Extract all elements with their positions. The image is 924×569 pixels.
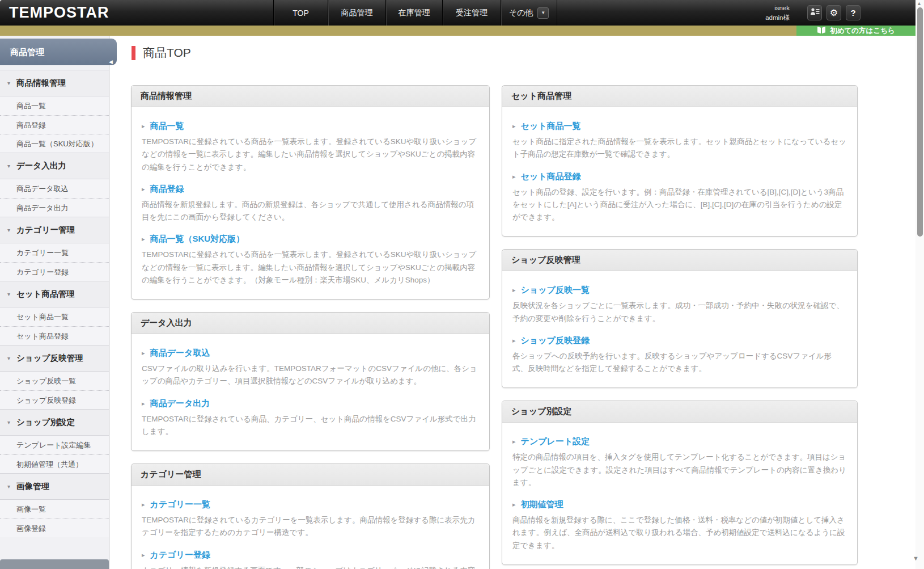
page-title: 商品TOP [132, 45, 191, 61]
chevron-down-icon: ▾ [7, 291, 10, 297]
scroll-up-icon[interactable]: ▲ [917, 1, 922, 6]
sidebar-group-image-management: ▾ 画像管理 画像一覧 画像登録 [0, 473, 109, 537]
sidebar-group-header-shop-sync[interactable]: ▾ ショップ反映管理 [0, 345, 109, 371]
sidebar-group-header-image[interactable]: ▾ 画像管理 [0, 473, 109, 499]
link-product-list[interactable]: 商品一覧 [150, 121, 184, 132]
link-set-product-register[interactable]: セット商品登録 [521, 171, 581, 182]
sidebar-item-set-product-register[interactable]: セット商品登録 [0, 326, 109, 345]
help-button[interactable]: ? [846, 5, 861, 20]
scroll-down-icon[interactable]: ▼ [913, 555, 919, 562]
link-template-settings[interactable]: テンプレート設定 [521, 436, 590, 447]
triangle-right-icon: ▸ [512, 438, 516, 445]
sidebar-item-product-list-sku[interactable]: 商品一覧（SKU対応版） [0, 134, 109, 153]
sidebar-item-shop-sync-register[interactable]: ショップ反映登録 [0, 390, 109, 409]
card-shop-specific-settings: ショップ別設定 ▸ テンプレート設定 特定の商品情報の項目を、挿入タグを使用して… [502, 401, 858, 565]
book-icon [817, 26, 826, 36]
link-product-register[interactable]: 商品登録 [150, 184, 184, 195]
link-shop-sync-list[interactable]: ショップ反映一覧 [521, 285, 590, 296]
logged-in-user: isnek admin様 [765, 3, 790, 22]
sidebar-footer-bar [0, 559, 109, 569]
link-description: TEMPOSTARに登録されている商品、カテゴリー、セット商品の情報をCSVファ… [142, 413, 479, 439]
sidebar-item-set-product-list[interactable]: セット商品一覧 [0, 307, 109, 326]
app-screen: TEMPOSTAR TOP 商品管理 在庫管理 受注管理 その他 ▼ isnek… [0, 0, 924, 569]
triangle-right-icon: ▸ [512, 501, 516, 508]
sidebar-item-template-settings-edit[interactable]: テンプレート設定編集 [0, 436, 109, 454]
nav-tab-order-management[interactable]: 受注管理 [442, 0, 501, 26]
link-default-value-management[interactable]: 初期値管理 [521, 499, 563, 510]
help-icon: ? [850, 8, 855, 18]
link-product-data-export[interactable]: 商品データ出力 [150, 398, 210, 409]
list-item: ▸ カテゴリー登録 カテゴリー情報を新規登録する画面です。一部のショップはカテゴ… [142, 550, 479, 569]
sidebar-item-category-register[interactable]: カテゴリー登録 [0, 262, 109, 281]
beginner-guide-banner[interactable]: 初めての方はこちら [796, 26, 915, 36]
list-item: ▸ セット商品登録 セット商品の登録、設定を行います。例：商品登録・在庫管理され… [512, 171, 847, 224]
triangle-right-icon: ▸ [142, 551, 145, 559]
link-description: 商品情報を新規登録します。商品の新規登録は、各ショップで共通して使用される商品情… [142, 199, 479, 224]
global-nav: TOP 商品管理 在庫管理 受注管理 その他 ▼ [273, 0, 557, 26]
link-shop-sync-register[interactable]: ショップ反映登録 [521, 335, 590, 346]
nav-tab-top[interactable]: TOP [273, 0, 328, 26]
list-item: ▸ 商品一覧（SKU対応版） TEMPOSTARに登録されている商品を一覧表示し… [142, 234, 479, 286]
beginner-guide-label: 初めての方はこちら [830, 26, 895, 36]
list-item: ▸ テンプレート設定 特定の商品情報の項目を、挿入タグを使用してテンプレート化す… [512, 436, 847, 489]
collapse-sidebar-icon[interactable]: ◀ [109, 49, 113, 75]
sidebar-item-product-list[interactable]: 商品一覧 [0, 96, 109, 115]
sidebar-group-header-shop-settings[interactable]: ▾ ショップ別設定 [0, 409, 109, 435]
nav-tab-other[interactable]: その他 ▼ [501, 0, 557, 26]
list-item: ▸ ショップ反映登録 各ショップへの反映予約を行います。反映するショップやアップ… [512, 335, 847, 376]
list-item: ▸ 商品登録 商品情報を新規登録します。商品の新規登録は、各ショップで共通して使… [142, 184, 479, 224]
triangle-right-icon: ▸ [142, 123, 145, 130]
sidebar-item-shop-sync-list[interactable]: ショップ反映一覧 [0, 372, 109, 390]
card-set-product-management: セット商品管理 ▸ セット商品一覧 セット商品に指定された商品情報を一覧を表示し… [502, 85, 858, 237]
triangle-right-icon: ▸ [512, 173, 516, 180]
sidebar-item-image-register[interactable]: 画像登録 [0, 519, 109, 537]
link-description: 商品情報を新規登録する際に、ここで登録した価格・送料・税率などの値が初期値として… [512, 514, 847, 552]
link-category-register[interactable]: カテゴリー登録 [150, 550, 210, 560]
sidebar-section-title[interactable]: 商品管理 ◀ [0, 39, 117, 65]
link-description: TEMPOSTARに登録されている商品を一覧表示します。登録されているSKUや取… [142, 136, 479, 174]
list-item: ▸ 商品データ取込 CSVファイルの取り込みを行います。TEMPOSTARフォー… [142, 348, 479, 388]
scrollbar-thumb[interactable] [917, 7, 923, 237]
user-account-button[interactable] [807, 5, 822, 20]
triangle-right-icon: ▸ [512, 337, 516, 344]
chevron-down-icon: ▾ [7, 227, 10, 233]
link-category-list[interactable]: カテゴリー一覧 [150, 499, 210, 510]
list-item: ▸ カテゴリー一覧 TEMPOSTARに登録されているカテゴリーを一覧表示します… [142, 499, 479, 540]
nav-tab-stock-management[interactable]: 在庫管理 [385, 0, 442, 26]
content-column-right: セット商品管理 ▸ セット商品一覧 セット商品に指定された商品情報を一覧を表示し… [502, 85, 858, 569]
sidebar-group-header-data-io[interactable]: ▾ データ入出力 [0, 153, 109, 179]
sidebar-group-shop-specific-settings: ▾ ショップ別設定 テンプレート設定編集 初期値管理（共通） [0, 409, 109, 473]
sidebar-item-default-value-management[interactable]: 初期値管理（共通） [0, 454, 109, 473]
card-shop-sync-management: ショップ反映管理 ▸ ショップ反映一覧 反映状況を各ショップごとに一覧表示します… [502, 249, 858, 388]
link-product-data-import[interactable]: 商品データ取込 [150, 348, 210, 359]
sidebar-group-product-info-management: ▾ 商品情報管理 商品一覧 商品登録 商品一覧（SKU対応版） [0, 70, 109, 153]
title-accent-bar [132, 46, 135, 60]
sidebar-group-header-set-product[interactable]: ▾ セット商品管理 [0, 281, 109, 307]
user-role: admin様 [765, 13, 790, 23]
sidebar-group-data-import-export: ▾ データ入出力 商品データ取込 商品データ出力 [0, 153, 109, 217]
link-product-list-sku[interactable]: 商品一覧（SKU対応版） [150, 234, 245, 245]
chevron-down-icon: ▾ [7, 80, 10, 86]
link-description: セット商品の登録、設定を行います。例：商品登録・在庫管理されている[B],[C]… [512, 186, 847, 224]
card-product-info-management: 商品情報管理 ▸ 商品一覧 TEMPOSTARに登録されている商品を一覧表示しま… [131, 85, 490, 300]
card-data-import-export: データ入出力 ▸ 商品データ取込 CSVファイルの取り込みを行います。TEMPO… [131, 312, 490, 451]
sidebar-item-product-register[interactable]: 商品登録 [0, 115, 109, 134]
triangle-right-icon: ▸ [512, 123, 516, 130]
chevron-down-icon: ▾ [7, 483, 10, 490]
link-set-product-list[interactable]: セット商品一覧 [521, 121, 581, 132]
sidebar-item-image-list[interactable]: 画像一覧 [0, 500, 109, 519]
chevron-down-icon[interactable]: ▼ [537, 7, 549, 19]
settings-button[interactable]: ⚙ [826, 5, 841, 20]
sidebar-group-header-category[interactable]: ▾ カテゴリー管理 [0, 217, 109, 243]
link-description: 特定の商品情報の項目を、挿入タグを使用してテンプレート化することができます。項目… [512, 451, 847, 489]
triangle-right-icon: ▸ [142, 400, 145, 407]
sidebar-item-category-list[interactable]: カテゴリー一覧 [0, 243, 109, 262]
sidebar-item-product-data-import[interactable]: 商品データ取込 [0, 179, 109, 198]
sidebar-item-product-data-export[interactable]: 商品データ出力 [0, 198, 109, 217]
sidebar-group-shop-sync-management: ▾ ショップ反映管理 ショップ反映一覧 ショップ反映登録 [0, 345, 109, 409]
sidebar-group-header-product-info[interactable]: ▾ 商品情報管理 [0, 70, 109, 96]
list-item: ▸ 商品データ出力 TEMPOSTARに登録されている商品、カテゴリー、セット商… [142, 398, 479, 439]
gear-icon: ⚙ [830, 7, 838, 18]
triangle-right-icon: ▸ [142, 501, 145, 508]
nav-tab-product-management[interactable]: 商品管理 [328, 0, 385, 26]
